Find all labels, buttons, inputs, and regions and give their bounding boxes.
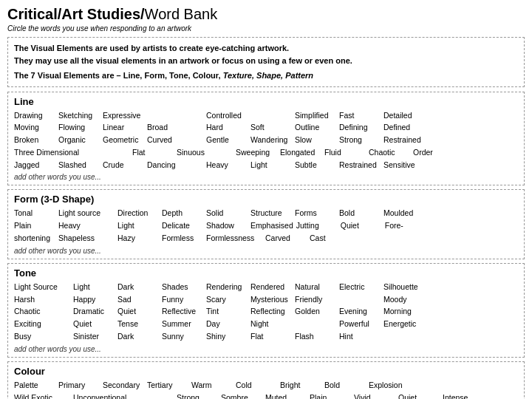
tone-row-5: Busy Sinister Dark Sunny Shiny Flat Flas… — [14, 330, 518, 343]
word: Carved — [265, 232, 310, 245]
word: Chaotic — [14, 305, 73, 318]
word: Crude — [103, 159, 147, 171]
word: Dancing — [147, 159, 206, 171]
word: Flowing — [58, 121, 103, 134]
word: Gentle — [206, 134, 250, 146]
word: Broad — [147, 121, 206, 134]
word: Scary — [206, 293, 250, 306]
word: Controlled — [206, 109, 250, 122]
word: Light source — [58, 207, 117, 219]
word: Shades — [162, 281, 206, 293]
word: Three Dimensional — [14, 146, 88, 159]
word: Curved — [147, 134, 206, 146]
word: Heavy — [206, 159, 250, 171]
word: Dramatic — [73, 305, 117, 318]
word: Expressive — [103, 109, 147, 122]
word: Formlessness — [206, 232, 265, 245]
word: Wild Exotic — [14, 392, 73, 399]
tone-words: Light Source Light Dark Shades Rendering… — [14, 281, 518, 343]
word: Jutting — [296, 219, 341, 232]
word — [339, 293, 383, 306]
word: Mysterious — [250, 293, 295, 306]
word: Heavy — [58, 219, 117, 232]
page: Critical/Art Studies/Word Bank Circle th… — [0, 0, 532, 399]
word: Sombre — [221, 392, 265, 399]
word: Rendering — [206, 281, 250, 293]
word: Light Source — [14, 281, 73, 293]
word: Exciting — [14, 318, 73, 330]
word: Tint — [206, 305, 250, 318]
form-row-2: Plain Heavy Light Delicate Shadow Emphas… — [14, 219, 518, 232]
form-words: Tonal Light source Direction Depth Solid… — [14, 207, 518, 244]
word: Flash — [295, 330, 339, 343]
word: Day — [206, 318, 250, 330]
colour-row-1: Palette Primary Secondary Tertiary Warm … — [14, 379, 518, 392]
word: Moving — [14, 121, 58, 134]
word: Golden — [295, 305, 339, 318]
word: Sinister — [73, 330, 117, 343]
word — [132, 392, 177, 399]
word: Light — [73, 281, 117, 293]
word: Shadow — [206, 219, 250, 232]
word — [250, 109, 295, 122]
word: Vivid — [354, 392, 398, 399]
tone-row-2: Harsh Happy Sad Funny Scary Mysterious F… — [14, 293, 518, 306]
word — [383, 330, 428, 343]
word: Friendly — [295, 293, 339, 306]
word: Formless — [162, 232, 206, 245]
word: Hint — [339, 330, 383, 343]
word: Simplified — [295, 109, 339, 122]
word: Tertiary — [147, 379, 191, 392]
section-title-line: Line — [14, 96, 518, 107]
section-form: Form (3-D Shape) Tonal Light source Dire… — [7, 189, 525, 259]
title-normal: Word Bank — [145, 6, 218, 22]
line-row-1: Drawing Sketching Expressive Controlled … — [14, 109, 518, 122]
line-row-3: Broken Organic Geometric Curved Gentle W… — [14, 134, 518, 146]
word: Sad — [117, 293, 162, 306]
intro-line1: The Visual Elements are used by artists … — [14, 42, 518, 55]
word: Busy — [14, 330, 73, 343]
word: shortening — [14, 232, 58, 245]
tone-row-3: Chaotic Dramatic Quiet Reflective Tint R… — [14, 305, 518, 318]
word: Bold — [339, 207, 383, 219]
word: Restrained — [339, 159, 383, 171]
word: Soft — [250, 121, 295, 134]
word: Defined — [383, 121, 428, 134]
form-row-1: Tonal Light source Direction Depth Solid… — [14, 207, 518, 219]
section-title-tone: Tone — [14, 267, 518, 279]
word: Light — [250, 159, 295, 171]
word: Fast — [339, 109, 383, 122]
word: Strong — [339, 134, 383, 146]
word: Morning — [383, 305, 428, 318]
word: Unconventional — [73, 392, 132, 399]
word: Muted — [265, 392, 310, 399]
word: Drawing — [14, 109, 58, 122]
add-words-line: add other words you use... — [14, 173, 518, 181]
word: Solid — [206, 207, 250, 219]
word: Direction — [117, 207, 162, 219]
word: Energetic — [383, 318, 428, 330]
word: Electric — [339, 281, 383, 293]
word: Sketching — [58, 109, 103, 122]
section-title-colour: Colour — [14, 366, 518, 377]
word: Night — [250, 318, 295, 330]
word: Emphasised — [250, 219, 296, 232]
tone-row-1: Light Source Light Dark Shades Rendering… — [14, 281, 518, 293]
word: Sinuous — [177, 146, 236, 159]
word: Slashed — [58, 159, 103, 171]
line-row-5: Jagged Slashed Crude Dancing Heavy Light… — [14, 159, 518, 171]
page-title: Critical/Art Studies/Word Bank — [7, 6, 525, 23]
colour-row-2: Wild Exotic Unconventional Strong Sombre… — [14, 392, 518, 399]
word: Slow — [295, 134, 339, 146]
word: Sunny — [162, 330, 206, 343]
word: Happy — [73, 293, 117, 306]
word: Order — [413, 146, 457, 159]
word — [88, 146, 132, 159]
section-colour: Colour Palette Primary Secondary Tertiar… — [7, 361, 525, 399]
word: Intense — [443, 392, 487, 399]
word: Tonal — [14, 207, 58, 219]
word: Funny — [162, 293, 206, 306]
word: Quiet — [73, 318, 117, 330]
word: Hard — [206, 121, 250, 134]
word: Shiny — [206, 330, 250, 343]
